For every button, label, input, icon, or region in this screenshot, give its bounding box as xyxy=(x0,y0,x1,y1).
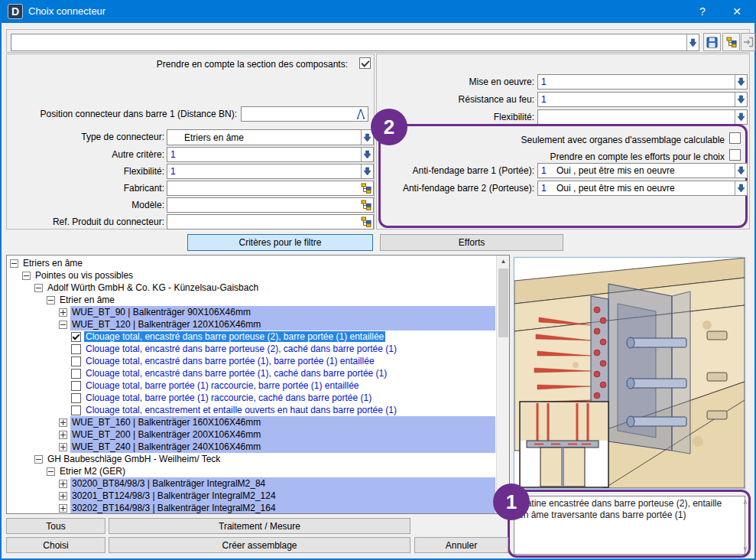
tree-item-checkbox[interactable] xyxy=(71,357,81,366)
collapse-icon[interactable] xyxy=(59,321,67,329)
hierarchy-button[interactable] xyxy=(722,33,740,51)
export-button[interactable] xyxy=(741,33,755,51)
tree-item[interactable]: 30202_BT164/98/3 | Balkenträger Integral… xyxy=(8,502,495,514)
traitement-mesure-button[interactable]: Traitement / Mesure xyxy=(109,518,410,534)
connector-3d-preview xyxy=(514,257,745,489)
tree-item[interactable]: GH Baubeschläge GmbH - Weilheim/ Teck xyxy=(8,453,495,465)
tree-item-highlight-band: 30202_BT164/98/3 | Balkenträger Integral… xyxy=(70,502,495,514)
tree-item-highlight-band: WUE_BT_240 | Balkenträger 240X106X46mm xyxy=(70,441,495,453)
tree-item[interactable]: Pointes ou vis possibles xyxy=(8,269,495,282)
collapse-icon[interactable] xyxy=(47,467,55,476)
tree-item[interactable]: Etrier en âme xyxy=(8,294,495,306)
tree-item-label: Clouage total, encastré dans barre porté… xyxy=(84,368,388,379)
scroll-up-icon[interactable]: ▲ xyxy=(497,256,510,267)
tree-item[interactable]: Adolf Würth GmbH & Co. KG - Künzelsau-Ga… xyxy=(8,282,495,294)
tree-item[interactable]: Etriers en âme xyxy=(8,257,495,269)
expand-icon[interactable] xyxy=(59,480,67,488)
dropdown-arrow-icon[interactable] xyxy=(735,75,747,89)
connector-tree[interactable]: Etriers en âmePointes ou vis possiblesAd… xyxy=(6,255,510,514)
tree-item-checkbox[interactable] xyxy=(71,344,81,354)
tree-item-checkbox[interactable] xyxy=(71,393,81,403)
close-button[interactable]: ✕ xyxy=(722,2,751,21)
tree-item[interactable]: Clouage total, encastré dans barre porté… xyxy=(8,355,495,367)
tree-item[interactable]: Clouage total, encastré dans barre porte… xyxy=(8,330,495,343)
help-button[interactable]: ? xyxy=(688,2,717,21)
expand-icon[interactable] xyxy=(59,431,67,439)
collapse-icon[interactable] xyxy=(34,455,43,464)
caliper-icon[interactable] xyxy=(355,108,367,120)
dropdown-arrow-icon[interactable] xyxy=(361,148,373,161)
dropdown-arrow-icon[interactable] xyxy=(735,110,747,124)
tree-item[interactable]: 30201_BT124/98/3 | Balkenträger Integral… xyxy=(8,490,495,502)
tree-item-checkbox[interactable] xyxy=(71,332,81,342)
organes-calculable-checkbox[interactable] xyxy=(729,132,741,144)
tree-item[interactable]: WUE_BT_160 | Balkenträger 160X106X46mm xyxy=(8,416,495,428)
tree-item-highlight-band: WUE_BT_200 | Balkenträger 200X106X46mm xyxy=(70,428,495,441)
expand-icon[interactable] xyxy=(59,504,67,513)
autre-critere-select[interactable]: 1 xyxy=(167,147,374,162)
fabricant-field[interactable] xyxy=(167,181,374,196)
expand-icon[interactable] xyxy=(59,308,67,317)
mise-en-oeuvre-select[interactable]: 1 xyxy=(537,74,748,90)
tab-criteres-filtre[interactable]: Critères pour le filtre xyxy=(187,234,373,251)
dropdown-arrow-icon[interactable] xyxy=(735,164,747,177)
dropdown-arrow-icon[interactable] xyxy=(735,181,747,195)
mise-en-oeuvre-label: Mise en oeuvre: xyxy=(382,77,534,87)
dropdown-arrow-icon[interactable] xyxy=(361,164,373,178)
tree-scrollbar[interactable]: ▲ ▼ xyxy=(496,256,509,513)
tree-item[interactable]: WUE_BT_240 | Balkenträger 240X106X46mm xyxy=(8,441,495,453)
tree-item[interactable]: WUE_BT_200 | Balkenträger 200X106X46mm xyxy=(8,428,495,441)
collapse-icon[interactable] xyxy=(34,284,43,292)
tab-efforts[interactable]: Efforts xyxy=(380,234,563,251)
desc-scroll-down-icon[interactable]: ∨ xyxy=(742,545,748,552)
position-field[interactable] xyxy=(241,106,368,122)
tree-item[interactable]: Clouage total, encastré dans barre porté… xyxy=(8,367,495,379)
tree-item[interactable]: Clouage total, encastré dans barre porte… xyxy=(8,343,495,355)
connector-search-combo[interactable] xyxy=(11,34,699,51)
tree-item-checkbox[interactable] xyxy=(71,405,81,415)
creer-assemblage-button[interactable]: Créer assemblage xyxy=(109,537,410,553)
hierarchy-icon[interactable] xyxy=(360,199,372,211)
efforts-choix-checkbox[interactable] xyxy=(729,149,741,161)
hierarchy-icon[interactable] xyxy=(360,182,372,194)
tree-item-highlight-band: WUE_BT_160 | Balkenträger 160X106X46mm xyxy=(70,416,495,428)
expand-icon[interactable] xyxy=(59,418,67,427)
title-bar[interactable]: D Choix connecteur ? ✕ xyxy=(0,0,756,23)
anti-fendage-2-select[interactable]: 1 Oui , peut être mis en oeuvre xyxy=(537,181,748,196)
flexibilite-right-select[interactable] xyxy=(537,109,748,125)
dropdown-arrow-icon[interactable] xyxy=(735,93,747,106)
tree-item-checkbox[interactable] xyxy=(71,369,81,379)
tree-item-label: Pointes ou vis possibles xyxy=(34,270,135,281)
desc-scroll-up-icon[interactable]: ∧ xyxy=(742,498,748,506)
dropdown-arrow-icon[interactable] xyxy=(686,34,699,50)
tree-item[interactable]: Clouage total, barre portée (1) raccourc… xyxy=(8,379,495,392)
tree-item[interactable]: Clouage total, encastrement et entaille … xyxy=(8,404,495,416)
tree-item[interactable]: Etrier M2 (GER) xyxy=(8,465,495,477)
save-button[interactable] xyxy=(703,33,721,51)
modele-field[interactable] xyxy=(167,197,374,213)
collapse-icon[interactable] xyxy=(47,296,55,304)
resistance-feu-select[interactable]: 1 xyxy=(537,92,748,107)
tree-item-label: WUE_BT_120 | Balkenträger 120X106X46mm xyxy=(70,319,262,330)
flexibilite-left-select[interactable]: 1 xyxy=(167,164,374,179)
tree-item[interactable]: Clouage total, barre portée (1) raccourc… xyxy=(8,392,495,404)
tous-button[interactable]: Tous xyxy=(6,518,105,534)
tree-item-checkbox[interactable] xyxy=(71,381,81,391)
collapse-icon[interactable] xyxy=(10,259,18,268)
tree-item[interactable]: WUE_BT_120 | Balkenträger 120X106X46mm xyxy=(8,318,495,330)
collapse-icon[interactable] xyxy=(22,272,31,280)
annuler-button[interactable]: Annuler xyxy=(414,537,508,553)
ref-produit-field[interactable] xyxy=(167,214,374,230)
section-checkbox[interactable] xyxy=(359,57,371,69)
expand-icon[interactable] xyxy=(59,443,67,451)
type-connecteur-label: Type de connecteur: xyxy=(15,132,164,142)
tree-item[interactable]: 30200_BT84/98/3 | Balkenträger IntegralM… xyxy=(8,477,495,490)
type-connecteur-select[interactable]: Etriers en âme xyxy=(167,129,374,145)
hierarchy-icon[interactable] xyxy=(360,216,372,228)
tree-item[interactable]: WUE_BT_90 | Balkenträger 90X106X46mm xyxy=(8,306,495,318)
anti-fendage-1-select[interactable]: 1 Oui , peut être mis en oeuvre xyxy=(537,163,748,178)
anti-fendage-2-label: Anti-fendage barre 2 (Porteuse): xyxy=(381,183,534,194)
expand-icon[interactable] xyxy=(59,492,67,500)
choisi-button[interactable]: Choisi xyxy=(6,537,105,553)
scrollbar-thumb[interactable] xyxy=(498,269,508,337)
